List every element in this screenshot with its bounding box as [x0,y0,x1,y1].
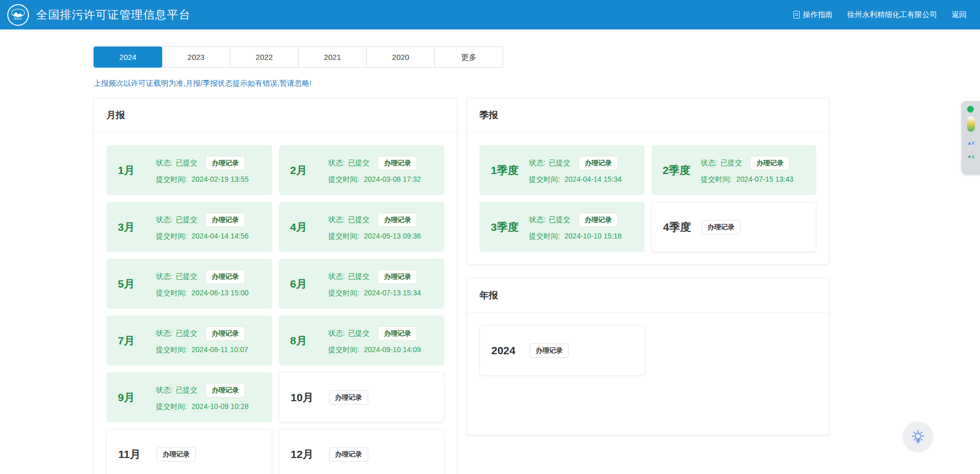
record-button[interactable]: 办理记录 [378,270,417,284]
time-label: 提交时间: [329,289,360,297]
status-label: 状态: [156,329,173,338]
record-button[interactable]: 办理记录 [378,213,417,227]
period-label: 4季度 [663,220,693,234]
tab-2021[interactable]: 2021 [298,46,367,68]
record-button[interactable]: 办理记录 [206,156,245,170]
monthly-card-dec: 12月 办理记录 [279,429,445,474]
record-button[interactable]: 办理记录 [378,326,417,341]
status-label: 状态: [156,272,173,281]
app-title: 全国排污许可证管理信息平台 [36,7,191,23]
ticker-up-row: - - ▲K [967,135,975,146]
monthly-card-grid: 1月 状态: 已提交 办理记录 提交时间: 2024-02-19 13:55 [94,133,457,474]
year-tabs: 2024 2023 2022 2021 2020 更多 [94,46,980,68]
tab-2024[interactable]: 2024 [94,46,162,68]
status-value: 已提交 [348,215,369,225]
time-label: 提交时间: [156,289,187,297]
time-label: 提交时间: [701,175,732,183]
quarterly-card-grid: 1季度 状态: 已提交 办理记录 提交时间: 2024-04-14 15:34 [467,133,829,264]
help-tips-button[interactable] [903,421,934,452]
guide-link[interactable]: 操作指南 [794,10,833,20]
time-label: 提交时间: [156,232,187,240]
time-label: 提交时间: [529,232,560,240]
card-info: 状态: 已提交 办理记录 提交时间: 2024-03-08 17:32 [329,156,421,184]
main-area: 月报 1月 状态: 已提交 办理记录 提交时间: 2024-02-19 13:5… [94,98,980,474]
time-value: 2024-05-13 09:36 [364,232,421,240]
period-label: 1季度 [491,163,521,178]
side-ticker-widget[interactable]: - - ▲K - - ▼K [961,101,980,175]
record-button[interactable]: 办理记录 [206,270,245,284]
record-button[interactable]: 办理记录 [378,156,417,170]
time-value: 2024-08-11 10:07 [192,345,248,354]
status-label: 状态: [329,215,345,225]
record-button[interactable]: 办理记录 [206,326,245,341]
time-value: 2024-09-10 14:09 [364,345,421,354]
annual-card-grid: 2024 办理记录 [467,313,829,435]
status-label: 状态: [529,159,546,168]
quarterly-card-q3: 3季度 状态: 已提交 办理记录 提交时间: 2024-10-10 15:18 [479,202,645,252]
time-value: 2024-07-15 13:43 [736,175,794,183]
header-right: 操作指南 徐州永利精细化工有限公司 返回 [794,10,967,20]
ticker-dashes: - - [967,149,975,154]
card-info: 状态: 已提交 办理记录 提交时间: 2024-05-13 09:36 [329,213,421,241]
time-label: 提交时间: [329,232,360,240]
quarterly-card-q2: 2季度 状态: 已提交 办理记录 提交时间: 2024-07-15 13:43 [651,145,817,195]
status-value: 已提交 [348,329,369,338]
time-value: 2024-10-09 10:28 [192,402,249,410]
tab-2023[interactable]: 2023 [162,46,230,68]
back-link[interactable]: 返回 [952,10,967,20]
card-info: 状态: 已提交 办理记录 提交时间: 2024-06-13 15:00 [156,270,248,298]
up-arrow-icon: ▲K [967,140,975,146]
status-label: 状态: [156,215,173,225]
ticker-down-label: K [972,154,975,160]
status-value: 已提交 [176,272,197,281]
time-label: 提交时间: [329,345,360,354]
mee-emblem-icon [11,9,25,17]
time-value: 2024-03-08 17:32 [364,175,421,183]
tab-2020[interactable]: 2020 [366,46,435,68]
status-label: 状态: [156,159,173,168]
monthly-card-nov: 11月 办理记录 [106,429,272,474]
period-label: 7月 [118,334,148,348]
page-content: 2024 2023 2022 2021 2020 更多 上报频次以许可证载明为准… [0,29,980,474]
period-label: 12月 [291,447,321,462]
monthly-card-may: 5月 状态: 已提交 办理记录 提交时间: 2024-06-13 15:00 [106,259,272,309]
guide-label: 操作指南 [803,10,833,20]
lightbulb-icon [910,429,926,445]
monthly-card-oct: 10月 办理记录 [279,372,445,422]
time-value: 2024-04-14 15:34 [565,175,622,183]
record-button[interactable]: 办理记录 [206,383,245,398]
tab-2022[interactable]: 2022 [230,46,299,68]
period-label: 3季度 [491,220,521,234]
period-label: 2024 [491,344,521,357]
record-button[interactable]: 办理记录 [579,156,618,170]
tab-more[interactable]: 更多 [434,46,503,68]
period-label: 2月 [290,163,320,178]
record-button[interactable]: 办理记录 [579,213,618,227]
record-button[interactable]: 办理记录 [702,220,741,234]
company-name-link[interactable]: 徐州永利精细化工有限公司 [847,10,937,20]
period-label: 2季度 [663,163,693,178]
period-label: 6月 [290,277,320,291]
annual-report-panel: 年报 2024 办理记录 [466,278,829,435]
record-button[interactable]: 办理记录 [750,156,789,170]
time-label: 提交时间: [529,175,560,183]
status-value: 已提交 [176,386,197,395]
time-label: 提交时间: [156,175,187,183]
annual-panel-title: 年报 [467,278,829,313]
monthly-card-feb: 2月 状态: 已提交 办理记录 提交时间: 2024-03-08 17:32 [279,145,445,195]
time-value: 2024-02-19 13:55 [192,175,249,183]
status-label: 状态: [701,159,718,168]
time-value: 2024-04-14 14:56 [192,232,249,240]
record-button[interactable]: 办理记录 [157,447,196,462]
period-label: 10月 [291,390,321,405]
record-button[interactable]: 办理记录 [530,343,569,358]
right-column: 季报 1季度 状态: 已提交 办理记录 提交时间: 202 [466,98,829,435]
record-button[interactable]: 办理记录 [206,213,245,227]
record-button[interactable]: 办理记录 [329,447,368,462]
quarterly-report-panel: 季报 1季度 状态: 已提交 办理记录 提交时间: 202 [466,98,829,265]
period-label: 5月 [118,277,148,291]
time-value: 2024-07-13 15:34 [364,289,421,297]
record-button[interactable]: 办理记录 [329,390,368,405]
company-name: 徐州永利精细化工有限公司 [847,10,937,20]
monthly-card-aug: 8月 状态: 已提交 办理记录 提交时间: 2024-09-10 14:09 [279,315,445,366]
